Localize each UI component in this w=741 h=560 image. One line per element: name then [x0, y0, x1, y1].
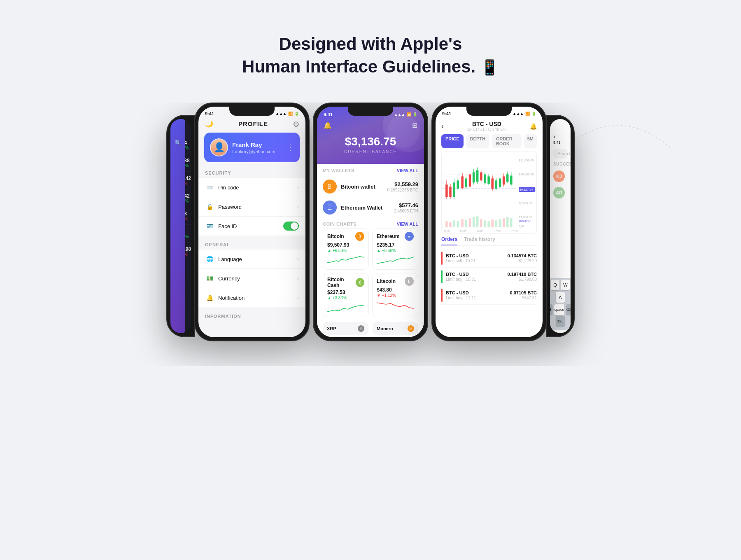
- bitcoin-chart-card[interactable]: Bitcoin ₿ $9,507.93 ▲ +6.58%: [323, 228, 369, 270]
- currency-item[interactable]: 💵 Currency ›: [198, 269, 305, 288]
- signal-icon: ▲▲▲: [275, 112, 287, 116]
- order-info-1: BTC - USD Limit sell · 10:21: [446, 253, 504, 263]
- bitcoin-chart-name: Bitcoin: [327, 233, 344, 239]
- face-id-toggle[interactable]: [283, 222, 299, 231]
- currency-label: Currency: [218, 275, 293, 282]
- svg-rect-44: [457, 221, 459, 227]
- bitcoin-btc: 0.26921335 BTC: [387, 188, 418, 192]
- password-label: Password: [218, 204, 293, 210]
- bch-chart-name: Bitcoin Cash: [327, 277, 356, 288]
- phone-profile: 9:41 ▲▲▲ 📶 🔋 🌙 PROFILE ⏻ 👤 Frank Ray: [194, 103, 310, 341]
- orderbook-tab[interactable]: ORDER BOOK: [492, 134, 522, 148]
- wallets-header: MY WALLETS VIEW ALL: [323, 168, 418, 173]
- svg-text:$10,000.00: $10,000.00: [519, 173, 534, 176]
- key-w[interactable]: W: [561, 280, 570, 290]
- phone-left-edge: 24H 27.54 +1.21% 127.88 +3.11% 177142 -0…: [166, 115, 195, 337]
- profile-name: Frank Ray: [232, 141, 282, 148]
- moon-icon[interactable]: 🌙: [205, 120, 213, 128]
- left-edge-screen: 24H 27.54 +1.21% 127.88 +3.11% 177142 -0…: [170, 119, 191, 333]
- key-q[interactable]: Q: [551, 280, 559, 290]
- price-tab[interactable]: PRICE: [441, 134, 464, 148]
- xrp-item[interactable]: XRP ✕: [323, 322, 368, 335]
- svg-text:0,00: 0,00: [519, 225, 524, 228]
- view-all-wallets[interactable]: VIEW ALL: [397, 168, 418, 173]
- globe-icon: 🌐: [205, 254, 214, 264]
- back-icon[interactable]: ‹: [441, 122, 444, 131]
- bell-icon[interactable]: 🔔: [324, 121, 332, 129]
- view-all-charts[interactable]: VIEW ALL: [397, 222, 418, 226]
- svg-rect-47: [469, 219, 471, 228]
- space-key[interactable]: space: [554, 304, 564, 315]
- numbers-key[interactable]: 123: [556, 316, 565, 327]
- svg-rect-57: [506, 217, 508, 228]
- chevron-right-icon-2: ›: [297, 204, 299, 210]
- eth-chart-icon: Ξ: [405, 232, 414, 241]
- power-icon[interactable]: ⏻: [293, 121, 299, 127]
- orders-tab[interactable]: Orders: [441, 236, 457, 245]
- monero-icon: M: [408, 325, 414, 332]
- svg-text:$8,000.00: $8,000.00: [519, 201, 532, 205]
- wallet-balance: $3,136.75 CURRENT BALANCE: [324, 135, 417, 154]
- order-item-2[interactable]: BTC - USD Limit buy · 10:31 0.197410 BTC…: [441, 268, 537, 286]
- pin-code-item[interactable]: ⌨️ Pin code ›: [198, 178, 305, 197]
- search-icon[interactable]: 🔍: [175, 140, 182, 146]
- monero-item[interactable]: Monero M: [373, 322, 418, 335]
- language-item[interactable]: 🌐 Language ›: [198, 250, 305, 269]
- trading-status-icons: ▲▲▲ 📶 🔋: [513, 112, 536, 116]
- right-back-icon[interactable]: ‹: [553, 133, 555, 140]
- svg-rect-58: [510, 218, 512, 228]
- right-edge-screen: ‹ 9:41 Search SUGGESTED KJ AR Q W: [550, 119, 571, 333]
- hero-title: Designed with Apple's Human Interface Gu…: [8, 33, 733, 78]
- order-item-3[interactable]: BTC - USD Limit buy · 11:11 0.07105 BTC …: [441, 286, 537, 305]
- ltc-chart-card[interactable]: Litecoin Ł $43.80 ▼ +1.12%: [372, 273, 418, 317]
- order-detail-1: Limit sell · 10:21: [446, 259, 504, 263]
- search-bar[interactable]: Search: [553, 149, 567, 159]
- more-icon[interactable]: ⋮: [287, 143, 294, 152]
- trading-bell-icon[interactable]: 🔔: [530, 123, 537, 130]
- qr-icon[interactable]: ⊞: [412, 121, 417, 129]
- order-value-3: 0.07105 BTC $647.31: [510, 290, 537, 300]
- bitcoin-wallet-name: Bitcoin wallet: [341, 184, 375, 190]
- trade-history-tab[interactable]: Trade history: [464, 236, 495, 245]
- chevron-right-icon-3: ›: [297, 256, 299, 262]
- bch-chart-card[interactable]: Bitcoin Cash ₿ $237.53 ▲ +3.80%: [323, 273, 369, 317]
- notification-item[interactable]: 🔔 Notification ›: [198, 288, 305, 307]
- ethereum-chart-name: Ethereum: [377, 233, 399, 239]
- profile-email: frankray@yahoo.com: [232, 149, 282, 154]
- user-kj[interactable]: KJ: [550, 168, 571, 184]
- sell-indicator-1: [441, 252, 443, 265]
- depth-tab[interactable]: DEPTH: [466, 134, 489, 148]
- password-item[interactable]: 🔒 Password ›: [198, 197, 305, 217]
- ethereum-mini-chart: [377, 254, 414, 266]
- user-ar[interactable]: AR: [550, 184, 571, 201]
- avatar-kj: KJ: [553, 170, 565, 182]
- wallet-signal: ▲▲▲: [394, 112, 405, 117]
- trading-pair: BTC - USD: [447, 121, 527, 127]
- avatar-ar: AR: [553, 187, 565, 198]
- delete-key[interactable]: ⌫: [566, 304, 571, 315]
- ethereum-wallet-item[interactable]: Ξ Ethereum Wallet $577.46 2.45605 ETH: [323, 197, 418, 218]
- notification-icon: 🔔: [205, 293, 214, 302]
- key-a[interactable]: A: [556, 292, 565, 303]
- notch: [229, 107, 275, 116]
- buy-indicator-1: [441, 270, 443, 283]
- shift-key[interactable]: ⬆: [550, 304, 552, 315]
- profile-info: Frank Ray frankray@yahoo.com: [232, 141, 282, 154]
- svg-rect-48: [473, 217, 475, 228]
- svg-text:13:00: 13:00: [460, 230, 466, 233]
- ethereum-chart-card[interactable]: Ethereum Ξ $235.17 ▲ +6.58%: [372, 228, 418, 270]
- 5m-tab[interactable]: 5M: [524, 134, 537, 148]
- bch-chart-price: $237.53: [327, 289, 364, 295]
- order-item-1[interactable]: BTC - USD Limit sell · 10:21 0.134574 BT…: [441, 249, 537, 268]
- svg-rect-42: [449, 222, 451, 227]
- order-pair-2: BTC - USD: [446, 272, 504, 277]
- trading-wifi: 📶: [525, 112, 530, 116]
- phones-container: 24H 27.54 +1.21% 127.88 +3.11% 177142 -0…: [0, 103, 741, 366]
- ltc-mini-chart: [377, 299, 414, 311]
- bitcoin-wallet-item[interactable]: ₿ Bitcoin wallet $2,559.29 0.26921335 BT…: [323, 176, 418, 197]
- trading-battery: 🔋: [531, 112, 536, 116]
- svg-rect-55: [499, 219, 501, 228]
- security-list: ⌨️ Pin code › 🔒 Password › 🪪 Face ID: [198, 178, 305, 236]
- face-id-item[interactable]: 🪪 Face ID: [198, 217, 305, 236]
- btc-icon: ₿: [323, 180, 337, 194]
